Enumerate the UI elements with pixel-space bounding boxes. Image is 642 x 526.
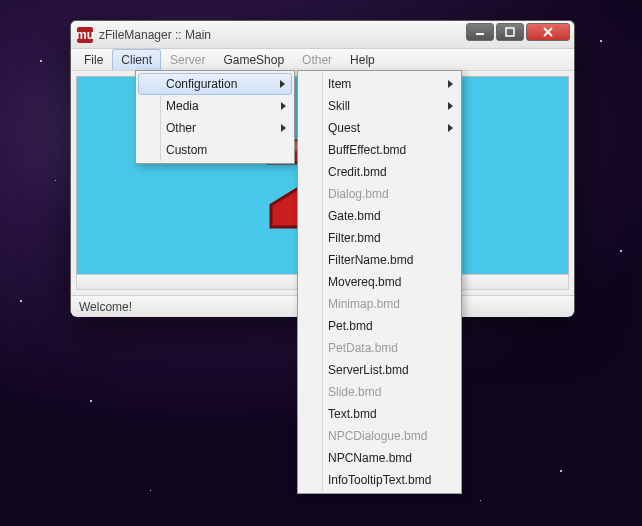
- menu-item-gate[interactable]: Gate.bmd: [300, 205, 459, 227]
- menu-item-buffeffect[interactable]: BuffEffect.bmd: [300, 139, 459, 161]
- menu-label: Server: [170, 53, 205, 67]
- menu-item-minimap: Minimap.bmd: [300, 293, 459, 315]
- menu-item-label: Other: [166, 121, 196, 135]
- menu-item-label: Configuration: [166, 77, 237, 91]
- app-icon-text: mu: [76, 28, 94, 42]
- dropdown-configuration: Item Skill Quest BuffEffect.bmd Credit.b…: [297, 70, 462, 494]
- menu-item-npcname[interactable]: NPCName.bmd: [300, 447, 459, 469]
- menu-item-item[interactable]: Item: [300, 73, 459, 95]
- menu-item-label: Custom: [166, 143, 207, 157]
- minimize-button[interactable]: [466, 23, 494, 41]
- dropdown-client: Configuration Media Other Custom: [135, 70, 295, 164]
- menu-item-credit[interactable]: Credit.bmd: [300, 161, 459, 183]
- menu-item-slide: Slide.bmd: [300, 381, 459, 403]
- menu-item-custom[interactable]: Custom: [138, 139, 292, 161]
- close-button[interactable]: [526, 23, 570, 41]
- submenu-arrow-icon: [280, 80, 285, 88]
- menu-item-label: InfoTooltipText.bmd: [328, 473, 431, 487]
- menu-item-label: Item: [328, 77, 351, 91]
- submenu-arrow-icon: [448, 80, 453, 88]
- menu-item-label: Filter.bmd: [328, 231, 381, 245]
- menu-item-media[interactable]: Media: [138, 95, 292, 117]
- menu-file[interactable]: File: [75, 49, 112, 70]
- menu-item-pet[interactable]: Pet.bmd: [300, 315, 459, 337]
- menu-item-infotooltiptext[interactable]: InfoTooltipText.bmd: [300, 469, 459, 491]
- menu-item-dialog: Dialog.bmd: [300, 183, 459, 205]
- menu-item-configuration[interactable]: Configuration: [138, 73, 292, 95]
- menu-item-quest[interactable]: Quest: [300, 117, 459, 139]
- menu-label: Help: [350, 53, 375, 67]
- menu-item-text[interactable]: Text.bmd: [300, 403, 459, 425]
- menu-item-label: Pet.bmd: [328, 319, 373, 333]
- submenu-arrow-icon: [448, 102, 453, 110]
- menu-item-petdata: PetData.bmd: [300, 337, 459, 359]
- menu-item-other[interactable]: Other: [138, 117, 292, 139]
- window-title: zFileManager :: Main: [99, 28, 211, 42]
- menu-item-filter[interactable]: Filter.bmd: [300, 227, 459, 249]
- submenu-arrow-icon: [281, 102, 286, 110]
- menu-item-label: Movereq.bmd: [328, 275, 401, 289]
- menu-client[interactable]: Client: [112, 49, 161, 70]
- titlebar[interactable]: mu zFileManager :: Main: [71, 21, 574, 49]
- menu-label: GameShop: [223, 53, 284, 67]
- menu-label: File: [84, 53, 103, 67]
- window-buttons: [466, 23, 570, 41]
- menu-help[interactable]: Help: [341, 49, 384, 70]
- menu-item-label: PetData.bmd: [328, 341, 398, 355]
- menu-item-label: ServerList.bmd: [328, 363, 409, 377]
- menu-item-npcdialogue: NPCDialogue.bmd: [300, 425, 459, 447]
- menu-item-label: Gate.bmd: [328, 209, 381, 223]
- menu-item-serverlist[interactable]: ServerList.bmd: [300, 359, 459, 381]
- submenu-arrow-icon: [448, 124, 453, 132]
- menubar: File Client Server GameShop Other Help: [71, 49, 574, 71]
- menu-item-label: Skill: [328, 99, 350, 113]
- svg-rect-1: [506, 28, 514, 36]
- menu-item-label: Text.bmd: [328, 407, 377, 421]
- menu-item-label: Slide.bmd: [328, 385, 381, 399]
- menu-item-filtername[interactable]: FilterName.bmd: [300, 249, 459, 271]
- menu-item-label: NPCDialogue.bmd: [328, 429, 427, 443]
- menu-item-movereq[interactable]: Movereq.bmd: [300, 271, 459, 293]
- status-text: Welcome!: [79, 300, 132, 314]
- menu-gameshop[interactable]: GameShop: [214, 49, 293, 70]
- menu-item-label: FilterName.bmd: [328, 253, 413, 267]
- menu-item-label: Minimap.bmd: [328, 297, 400, 311]
- app-icon: mu: [77, 27, 93, 43]
- menu-item-label: Media: [166, 99, 199, 113]
- menu-other: Other: [293, 49, 341, 70]
- menu-item-label: BuffEffect.bmd: [328, 143, 406, 157]
- menu-item-label: Quest: [328, 121, 360, 135]
- menu-item-label: Dialog.bmd: [328, 187, 389, 201]
- submenu-arrow-icon: [281, 124, 286, 132]
- menu-item-label: NPCName.bmd: [328, 451, 412, 465]
- menu-label: Client: [121, 53, 152, 67]
- menu-item-label: Credit.bmd: [328, 165, 387, 179]
- menu-server: Server: [161, 49, 214, 70]
- menu-label: Other: [302, 53, 332, 67]
- menu-item-skill[interactable]: Skill: [300, 95, 459, 117]
- maximize-button[interactable]: [496, 23, 524, 41]
